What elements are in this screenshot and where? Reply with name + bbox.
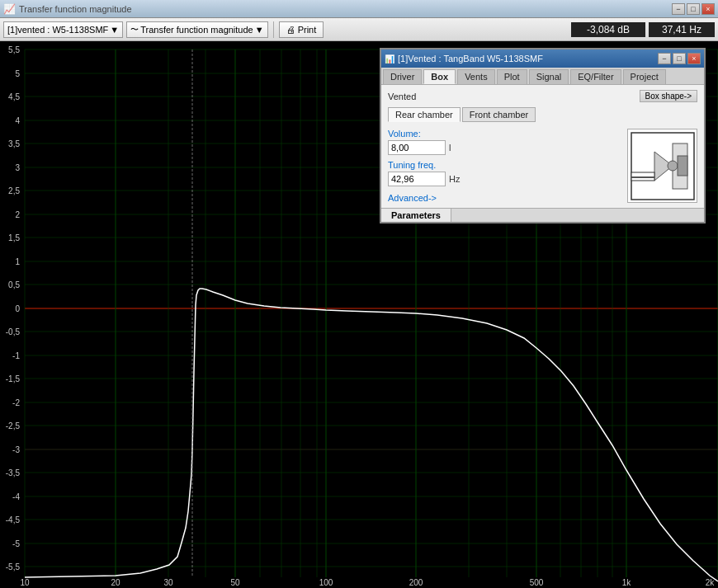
svg-rect-83 [631,176,654,178]
svg-text:5,5: 5,5 [8,45,20,54]
chamber-tabs: Rear chamber Front chamber [388,107,697,122]
tab-plot-label: Plot [504,72,520,82]
dialog-title-bar: 📊 [1]Vented : TangBand W5-1138SMF − □ × [381,49,704,68]
svg-rect-81 [678,156,687,176]
vented-header: Vented Box shape-> [388,90,697,102]
svg-text:30: 30 [163,578,173,587]
dialog-title-left: 📊 [1]Vented : TangBand W5-1138SMF [385,54,543,64]
volume-input[interactable] [388,140,446,155]
vented-label: Vented [388,92,416,101]
svg-text:100: 100 [319,578,333,587]
svg-text:4,5: 4,5 [8,92,20,101]
toolbar: [1]vented : W5-1138SMF ▼ 〜 Transfer func… [0,18,718,41]
dialog-main: Volume: l Tuning freq. Hz Advanced-> [388,129,697,203]
svg-text:-1,5: -1,5 [6,374,21,383]
dialog-title: [1]Vented : TangBand W5-1138SMF [398,54,543,64]
tab-signal[interactable]: Signal [529,69,569,84]
tuning-unit: Hz [449,174,460,184]
dialog-maximize-button[interactable]: □ [673,53,686,64]
tab-project[interactable]: Project [623,69,666,84]
svg-text:-4,5: -4,5 [6,515,21,524]
svg-text:-3: -3 [12,445,20,454]
svg-text:3,5: 3,5 [8,139,20,148]
front-chamber-tab[interactable]: Front chamber [462,107,536,122]
speaker-svg [630,131,696,201]
source-dropdown[interactable]: [1]vented : W5-1138SMF ▼ [3,21,123,38]
tuning-row: Hz [388,172,621,186]
svg-text:20: 20 [111,578,120,587]
svg-text:50: 50 [230,578,240,587]
tab-eqfilter-label: EQ/Filter [578,72,613,82]
volume-unit: l [449,143,451,153]
tab-box-label: Box [431,72,448,82]
svg-text:0,5: 0,5 [8,280,20,289]
svg-point-80 [668,161,678,171]
dropdown1-arrow: ▼ [110,25,119,35]
title-bar-left: 📈 Transfer function magnitude [3,3,132,15]
svg-text:3: 3 [15,163,20,172]
hz-display: 37,41 Hz [649,22,715,37]
printer-icon: 🖨 [286,25,295,35]
volume-label: Volume: [388,129,621,139]
svg-text:-2: -2 [12,398,20,407]
main-title: Transfer function magnitude [19,4,132,14]
box-shape-button[interactable]: Box shape-> [640,90,697,102]
toolbar-separator [273,21,274,38]
tab-driver-label: Driver [390,72,414,82]
dialog-left: Volume: l Tuning freq. Hz Advanced-> [388,129,621,203]
svg-text:-5: -5 [12,539,20,548]
close-button[interactable]: × [701,3,715,15]
svg-text:-4: -4 [12,492,20,501]
dialog-icon: 📊 [385,54,394,64]
svg-text:2,5: 2,5 [8,186,20,195]
tab-plot[interactable]: Plot [497,69,527,84]
svg-text:-0,5: -0,5 [6,327,21,336]
svg-text:5: 5 [15,69,20,78]
svg-text:1k: 1k [622,578,632,587]
svg-text:-2,5: -2,5 [6,421,21,430]
svg-text:-5,5: -5,5 [6,562,21,572]
tab-project-label: Project [631,72,659,82]
db-display: -3,084 dB [571,22,645,37]
rear-chamber-tab[interactable]: Rear chamber [388,107,461,122]
svg-text:1: 1 [15,257,20,266]
svg-text:10: 10 [20,578,30,587]
source-dropdown-label: [1]vented : W5-1138SMF [7,25,108,35]
main-window: 📈 Transfer function magnitude − □ × [1]v… [0,0,718,588]
tab-driver[interactable]: Driver [383,69,422,84]
tab-vents-label: Vents [465,72,488,82]
dialog-window: 📊 [1]Vented : TangBand W5-1138SMF − □ × … [380,48,706,223]
function-dropdown-label: Transfer function magnitude [140,25,253,35]
speaker-diagram [627,129,697,203]
dialog-bottom-tabs: Parameters [381,208,704,222]
tab-eqfilter[interactable]: EQ/Filter [570,69,621,84]
title-bar-controls: − □ × [672,3,715,15]
print-button[interactable]: 🖨 Print [279,21,324,38]
volume-row: l [388,140,621,155]
parameters-tab[interactable]: Parameters [381,209,451,222]
dialog-minimize-button[interactable]: − [658,53,671,64]
svg-text:1,5: 1,5 [8,233,20,242]
dialog-close-button[interactable]: × [687,53,701,64]
tuning-input[interactable] [388,172,446,186]
tuning-freq-label: Tuning freq. [388,160,621,170]
app-icon: 📈 [3,3,16,15]
title-bar: 📈 Transfer function magnitude − □ × [0,0,718,18]
tab-vents[interactable]: Vents [457,69,495,84]
function-icon: 〜 [130,24,139,35]
svg-text:200: 200 [409,578,423,587]
svg-text:-1: -1 [12,351,20,360]
svg-text:2k: 2k [706,578,716,587]
tab-box[interactable]: Box [423,69,456,84]
dropdown2-arrow: ▼ [255,25,264,35]
svg-text:4: 4 [15,116,20,125]
svg-text:500: 500 [530,578,544,587]
dialog-title-controls: − □ × [658,53,701,64]
maximize-button[interactable]: □ [687,3,700,15]
svg-text:-3,5: -3,5 [6,468,21,477]
tab-signal-label: Signal [536,72,562,82]
svg-text:0: 0 [15,304,20,313]
minimize-button[interactable]: − [672,3,685,15]
function-dropdown[interactable]: 〜 Transfer function magnitude ▼ [126,21,267,38]
advanced-link[interactable]: Advanced-> [388,193,621,203]
